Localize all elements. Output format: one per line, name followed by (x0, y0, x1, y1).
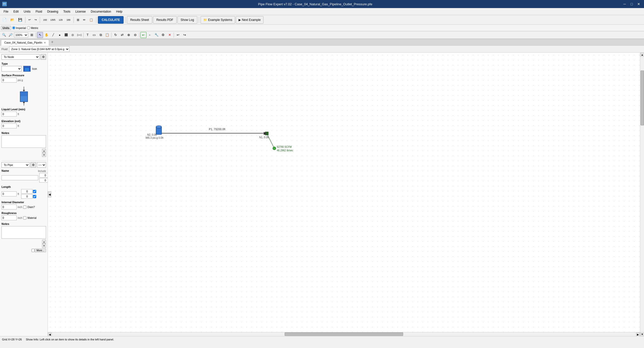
menu-license[interactable]: License (73, 9, 88, 14)
surface-pressure-input[interactable] (2, 78, 17, 83)
paste-btn[interactable]: 📋 (104, 32, 110, 38)
end-node-btn[interactable]: ●- (147, 32, 153, 38)
imperial-radio-label[interactable]: Imperial (12, 26, 26, 29)
zoom-select[interactable]: 100% 75% 50% 150% (14, 32, 28, 38)
results-sheet-button[interactable]: Results Sheet (127, 16, 152, 24)
tb-150[interactable]: 150 (42, 16, 49, 23)
material-check[interactable] (23, 216, 26, 220)
node-dropdown[interactable]: To Node (2, 54, 40, 60)
type-select[interactable] (2, 66, 22, 72)
metric-radio-label[interactable]: Metric (27, 26, 39, 29)
notes-down-btn[interactable]: ▼ (42, 153, 46, 157)
hscroll-right[interactable]: ▶ (636, 332, 640, 336)
zoomin2-btn[interactable]: ⊕ (126, 32, 132, 38)
tb-extra2[interactable]: ✏ (82, 16, 87, 23)
copy-btn[interactable]: ⧉ (98, 32, 104, 38)
pipe-notes-up-btn[interactable]: ▲ (42, 240, 46, 244)
save-button[interactable]: 💾 (17, 16, 24, 23)
menu-edit[interactable]: Edit (11, 9, 21, 14)
vscroll-up[interactable]: ▲ (640, 53, 644, 57)
diam-check[interactable] (23, 205, 26, 209)
tank-btn[interactable]: ⬛ (63, 32, 69, 38)
zoom-in-btn[interactable]: 🔍 (1, 32, 7, 38)
zoom-out-btn[interactable]: 🔎 (8, 32, 14, 38)
pipe-len-include-1[interactable] (21, 189, 32, 194)
calculate-button[interactable]: CALCULATE (98, 16, 124, 24)
menu-units[interactable]: Units (21, 9, 33, 14)
pipe-len-check-2[interactable] (33, 195, 36, 198)
flip-btn[interactable]: ⇄ (119, 32, 125, 38)
pump-btn[interactable]: ◎ (70, 32, 76, 38)
imperial-radio[interactable] (12, 26, 15, 29)
notes-up-btn[interactable]: ▲ (42, 149, 46, 153)
vscroll-thumb[interactable] (640, 71, 644, 126)
tb-extra1[interactable]: ⊞ (75, 16, 81, 23)
pipe-include-2[interactable] (39, 178, 48, 183)
tab-close-btn[interactable]: ✕ (44, 41, 46, 44)
settings2-btn[interactable]: ⚙ (160, 32, 166, 38)
left-expand-btn[interactable]: ◀ (48, 191, 51, 197)
menu-file[interactable]: File (1, 9, 11, 14)
pipe-length-input[interactable] (2, 191, 17, 196)
tools2-btn[interactable]: 🔧 (154, 32, 160, 38)
pipe-len-check-1[interactable] (33, 190, 36, 193)
valve-btn[interactable]: ▷◁ (76, 32, 82, 38)
undo2-btn[interactable]: ↩ (175, 32, 181, 38)
pipe-include-1[interactable] (39, 173, 48, 178)
units-tab[interactable]: Units (1, 26, 11, 30)
tb-189[interactable]: 189 (65, 16, 72, 23)
close-button[interactable]: ✕ (635, 2, 642, 7)
hscroll-left[interactable]: ◀ (48, 332, 52, 336)
node-notes-input[interactable] (2, 135, 46, 148)
pipe-roughness-input[interactable] (2, 215, 17, 220)
fluid-select[interactable]: Zone 1: Natural Gas [0.044 lb/ft³ at 0.0… (9, 46, 69, 52)
elevation-input[interactable] (2, 123, 17, 128)
menu-fluid[interactable]: Fluid (33, 9, 45, 14)
demand-node[interactable] (273, 147, 276, 150)
menu-documentation[interactable]: Documentation (88, 9, 114, 14)
node-settings-button[interactable]: ⚙ (41, 54, 46, 60)
pipe-btn[interactable]: ╱ (50, 32, 56, 38)
fit-btn[interactable]: ⊞ (29, 32, 35, 38)
redo2-btn[interactable]: ↪ (181, 32, 187, 38)
vscroll-down[interactable]: ▼ (640, 332, 644, 336)
more-check[interactable] (31, 249, 35, 252)
menu-tools[interactable]: Tools (61, 9, 73, 14)
pipe-diameter-input[interactable] (2, 204, 17, 210)
tab-add-button[interactable]: + (49, 39, 55, 45)
menu-drawing[interactable]: Drawing (45, 9, 61, 14)
maximize-button[interactable]: □ (628, 2, 635, 7)
tb-129[interactable]: 129 (57, 16, 64, 23)
undo-button[interactable]: ↩ (27, 16, 32, 23)
pipe-name-input[interactable] (2, 175, 38, 180)
delete-btn[interactable]: ✕ (167, 32, 173, 38)
pipe-settings-button[interactable]: ⚙ (30, 162, 36, 168)
pan-btn[interactable]: ✋ (44, 32, 50, 38)
more-button[interactable]: More... (35, 249, 46, 252)
tb-extra3[interactable]: 📋 (88, 16, 95, 23)
example-systems-button[interactable]: 📁 Example Systems (201, 16, 235, 24)
next-example-button[interactable]: ▶ Next Example (236, 16, 263, 24)
zoomout2-btn[interactable]: ⊖ (132, 32, 138, 38)
node-btn[interactable]: ● (57, 32, 63, 38)
new-button[interactable]: 📄 (1, 16, 8, 23)
pipe-notes-down-btn[interactable]: ▼ (42, 244, 46, 248)
rect-btn[interactable]: ▭ (91, 32, 97, 38)
liquid-level-input[interactable] (2, 112, 17, 117)
redo-button[interactable]: ↪ (33, 16, 38, 23)
active-tab[interactable]: Case_04_Natural_Gas_Pipelin ✕ (1, 40, 49, 46)
minimize-button[interactable]: ─ (621, 2, 628, 7)
pipe-dropdown[interactable]: To Pipe (2, 162, 29, 168)
show-log-button[interactable]: Show Log (177, 16, 197, 24)
tb-185[interactable]: 1/8/5 (49, 16, 56, 23)
hscroll-thumb[interactable] (285, 332, 403, 336)
pipe-notes-input[interactable] (2, 226, 46, 239)
rotate-btn[interactable]: ↻ (112, 32, 119, 38)
pipe-line-style[interactable]: ── (37, 162, 46, 168)
start-node-btn[interactable]: ●+ (140, 32, 146, 38)
pipe-len-include-2[interactable] (21, 194, 32, 199)
metric-radio[interactable] (27, 26, 30, 29)
select-btn[interactable]: ↖ (37, 32, 43, 38)
results-pdf-button[interactable]: Results PDF (153, 16, 176, 24)
menu-help[interactable]: Help (114, 9, 125, 14)
